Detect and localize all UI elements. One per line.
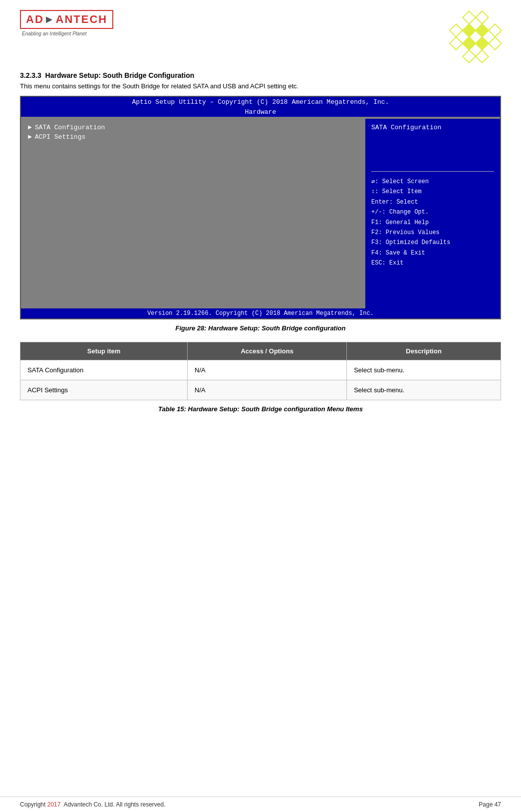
bios-subtitle: Hardware	[21, 107, 500, 117]
bios-menu-sata: ► SATA Configuration	[28, 124, 358, 131]
logo-area: AD►ANTECH Enabling an Intelligent Planet	[20, 10, 113, 36]
key-enter: Enter: Select	[371, 197, 494, 207]
key-f4: F4: Save & Exit	[371, 248, 494, 258]
arrow-icon: ►	[28, 133, 32, 141]
table-cell-description: Select sub-menu.	[347, 380, 501, 400]
table-cell-item: SATA Configuration	[20, 360, 188, 380]
page-footer: Copyright 2017 Advantech Co. Ltd. All ri…	[0, 797, 521, 812]
key-f2: F2: Previous Values	[371, 228, 494, 238]
key-f1: F1: General Help	[371, 218, 494, 228]
footer-year: 2017	[47, 801, 61, 808]
footer-copyright: Copyright 2017 Advantech Co. Ltd. All ri…	[20, 801, 166, 808]
table-caption: Table 15: Hardware Setup: South Bridge c…	[20, 405, 501, 413]
col-description: Description	[347, 342, 501, 360]
bios-titlebar: Aptio Setup Utility – Copyright (C) 2018…	[21, 97, 500, 107]
bios-help-title: SATA Configuration	[371, 124, 494, 131]
bios-screen: Aptio Setup Utility – Copyright (C) 2018…	[20, 96, 501, 319]
diamond-decoration	[451, 12, 501, 62]
bios-content: ► SATA Configuration ► ACPI Settings SAT…	[21, 119, 500, 308]
table-cell-options: N/A	[188, 380, 347, 400]
table-cell-item: ACPI Settings	[20, 380, 188, 400]
key-f3: F3: Optimized Defaults	[371, 238, 494, 248]
table-cell-description: Select sub-menu.	[347, 360, 501, 380]
key-select-item: ↕: Select Item	[371, 187, 494, 197]
bios-keys: ⇄: Select Screen ↕: Select Item Enter: S…	[371, 177, 494, 269]
key-select-screen: ⇄: Select Screen	[371, 177, 494, 187]
col-setup-item: Setup item	[20, 342, 188, 360]
bios-divider	[371, 171, 494, 172]
figure-caption: Figure 28: Hardware Setup: South Bridge …	[20, 324, 501, 332]
section-heading: 3.2.3.3 Hardware Setup: South Bridge Con…	[20, 71, 501, 79]
key-esc: ESC: Exit	[371, 258, 494, 268]
logo-tagline: Enabling an Intelligent Planet	[20, 31, 113, 36]
key-change-opt: +/-: Change Opt.	[371, 207, 494, 217]
config-table: Setup item Access / Options Description …	[20, 342, 501, 400]
table-row: SATA ConfigurationN/ASelect sub-menu.	[20, 360, 501, 380]
logo-text: AD►ANTECH	[26, 13, 107, 26]
footer-page: Page 47	[479, 801, 501, 808]
table-cell-options: N/A	[188, 360, 347, 380]
table-row: ACPI SettingsN/ASelect sub-menu.	[20, 380, 501, 400]
bios-footer: Version 2.19.1266. Copyright (C) 2018 Am…	[21, 308, 500, 318]
section-description: This menu contains settings for the Sout…	[20, 82, 501, 90]
bios-menu-acpi: ► ACPI Settings	[28, 133, 358, 141]
arrow-icon: ►	[28, 124, 32, 131]
bios-right-panel: SATA Configuration ⇄: Select Screen ↕: S…	[365, 119, 500, 308]
col-access-options: Access / Options	[188, 342, 347, 360]
page-header: AD►ANTECH Enabling an Intelligent Planet	[20, 10, 501, 62]
bios-left-panel: ► SATA Configuration ► ACPI Settings	[21, 119, 365, 308]
